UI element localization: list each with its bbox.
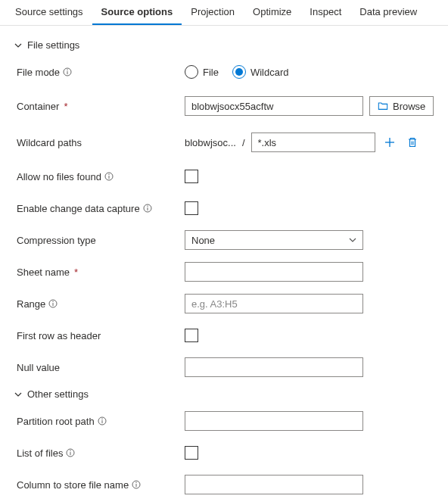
required-marker: * [74, 267, 78, 278]
required-marker: * [64, 101, 67, 112]
first-row-header-label: First row as header [17, 330, 101, 341]
file-mode-wildcard-label: Wildcard [250, 67, 289, 78]
tab-inspect[interactable]: Inspect [300, 0, 350, 25]
svg-point-9 [108, 174, 109, 175]
allow-no-files-label: Allow no files found [17, 171, 101, 182]
content-area: File settings File mode File Wildcard [0, 26, 448, 502]
sheet-name-label: Sheet name [17, 267, 70, 278]
null-value-label: Null value [17, 362, 60, 373]
compression-type-value: None [191, 235, 215, 246]
chevron-down-icon [14, 41, 23, 50]
file-mode-file-label: File [203, 67, 219, 78]
svg-point-2 [67, 70, 67, 70]
info-icon[interactable] [98, 416, 107, 426]
list-of-files-label: List of files [17, 447, 63, 459]
section-other-settings-label: Other settings [27, 388, 89, 400]
list-of-files-checkbox[interactable] [185, 446, 198, 460]
column-store-filename-input[interactable] [185, 475, 363, 494]
chevron-down-icon [349, 236, 356, 244]
svg-point-15 [53, 301, 54, 302]
null-value-input[interactable] [185, 357, 363, 377]
tab-bar: Source settings Source options Projectio… [0, 0, 448, 26]
section-file-settings-label: File settings [27, 39, 79, 51]
range-input[interactable] [185, 294, 363, 313]
wildcard-prefix: blobwjsoc... [185, 137, 236, 148]
section-other-settings[interactable]: Other settings [14, 388, 437, 400]
container-label: Container [17, 101, 59, 112]
enable-cdc-label: Enable change data capture [17, 203, 140, 214]
tab-projection[interactable]: Projection [182, 0, 244, 25]
container-input[interactable] [185, 96, 363, 116]
first-row-header-checkbox[interactable] [185, 329, 198, 342]
partition-root-input[interactable] [185, 411, 363, 431]
svg-point-21 [70, 451, 71, 451]
trash-icon [406, 136, 418, 148]
info-icon[interactable] [63, 67, 72, 76]
chevron-down-icon [14, 390, 23, 399]
tab-data-preview[interactable]: Data preview [350, 0, 426, 25]
folder-icon [378, 101, 388, 111]
file-mode-radio-group: File Wildcard [185, 65, 289, 79]
sheet-name-input[interactable] [185, 262, 363, 282]
tab-optimize[interactable]: Optimize [244, 0, 300, 25]
tab-source-settings[interactable]: Source settings [6, 0, 92, 25]
browse-button-label: Browse [393, 101, 425, 112]
info-icon[interactable] [48, 299, 58, 308]
path-separator: / [242, 137, 245, 148]
tab-source-options[interactable]: Source options [92, 0, 182, 25]
browse-button[interactable]: Browse [369, 96, 434, 116]
enable-cdc-checkbox[interactable] [185, 201, 198, 215]
wildcard-paths-label: Wildcard paths [17, 137, 82, 148]
wildcard-input[interactable] [251, 133, 375, 152]
file-mode-file-radio[interactable]: File [185, 65, 219, 79]
add-wildcard-button[interactable] [381, 134, 398, 151]
info-icon[interactable] [132, 480, 141, 489]
svg-point-24 [135, 482, 136, 483]
partition-root-label: Partition root path [17, 416, 95, 427]
allow-no-files-checkbox[interactable] [185, 170, 198, 183]
file-mode-wildcard-radio[interactable]: Wildcard [232, 65, 289, 79]
column-store-filename-label: Column to store file name [17, 479, 129, 491]
info-icon[interactable] [104, 172, 114, 181]
range-label: Range [17, 298, 45, 310]
svg-point-18 [101, 419, 102, 419]
section-file-settings[interactable]: File settings [14, 39, 437, 51]
file-mode-label: File mode [17, 67, 60, 78]
info-icon[interactable] [143, 204, 152, 213]
compression-type-label: Compression type [17, 235, 96, 246]
compression-type-select[interactable]: None [185, 230, 363, 250]
info-icon[interactable] [66, 448, 75, 457]
svg-point-12 [147, 206, 148, 207]
delete-wildcard-button[interactable] [404, 134, 421, 151]
plus-icon [384, 136, 396, 148]
